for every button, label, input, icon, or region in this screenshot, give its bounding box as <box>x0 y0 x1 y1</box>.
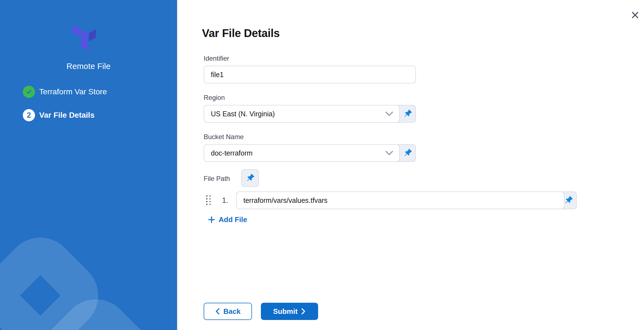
chevron-right-icon <box>301 308 306 315</box>
pin-icon <box>244 172 256 184</box>
sidebar-step-var-file-details[interactable]: 2 Var File Details <box>23 109 94 121</box>
submit-button-label: Submit <box>273 307 298 316</box>
back-button[interactable]: Back <box>204 303 252 320</box>
plus-icon <box>208 216 215 223</box>
close-icon[interactable] <box>627 7 643 23</box>
region-select[interactable]: US East (N. Virginia) <box>204 105 400 123</box>
chevron-down-icon <box>385 111 393 116</box>
file-row-index: 1. <box>222 191 228 209</box>
file-path-row <box>236 191 577 209</box>
bucket-select-group: doc-terraform <box>204 144 416 162</box>
bucket-select[interactable]: doc-terraform <box>204 144 400 162</box>
var-file-details-dialog: Remote File Terraform Var Store 2 Var Fi… <box>0 0 644 330</box>
wizard-title: Remote File <box>0 62 177 71</box>
file-path-pin-button[interactable] <box>241 169 259 187</box>
terraform-logo-icon <box>73 23 97 51</box>
region-label: Region <box>204 94 225 102</box>
pin-icon <box>402 108 413 120</box>
page-title: Var File Details <box>202 27 280 40</box>
region-selected-value: US East (N. Virginia) <box>211 110 275 118</box>
chevron-left-icon <box>215 308 220 315</box>
file-path-input[interactable] <box>236 191 565 209</box>
identifier-input[interactable] <box>204 66 416 83</box>
chevron-down-icon <box>385 151 393 156</box>
wizard-sidebar: Remote File Terraform Var Store 2 Var Fi… <box>0 0 177 330</box>
region-select-group: US East (N. Virginia) <box>204 105 416 123</box>
step-label: Var File Details <box>39 111 94 120</box>
check-icon <box>23 86 35 98</box>
identifier-label: Identifier <box>204 55 229 62</box>
bucket-name-label: Bucket Name <box>204 133 244 141</box>
panel-divider <box>177 0 178 330</box>
sidebar-step-terraform-var-store[interactable]: Terraform Var Store <box>23 86 107 98</box>
bucket-selected-value: doc-terraform <box>211 149 253 157</box>
submit-button[interactable]: Submit <box>261 303 318 320</box>
back-button-label: Back <box>223 307 241 316</box>
step-label: Terraform Var Store <box>39 87 107 96</box>
pin-icon <box>402 147 413 159</box>
file-path-label: File Path <box>204 175 230 183</box>
step-number-badge: 2 <box>23 109 35 121</box>
drag-handle[interactable] <box>206 195 211 205</box>
add-file-button[interactable]: Add File <box>207 214 248 225</box>
add-file-label: Add File <box>219 215 247 224</box>
